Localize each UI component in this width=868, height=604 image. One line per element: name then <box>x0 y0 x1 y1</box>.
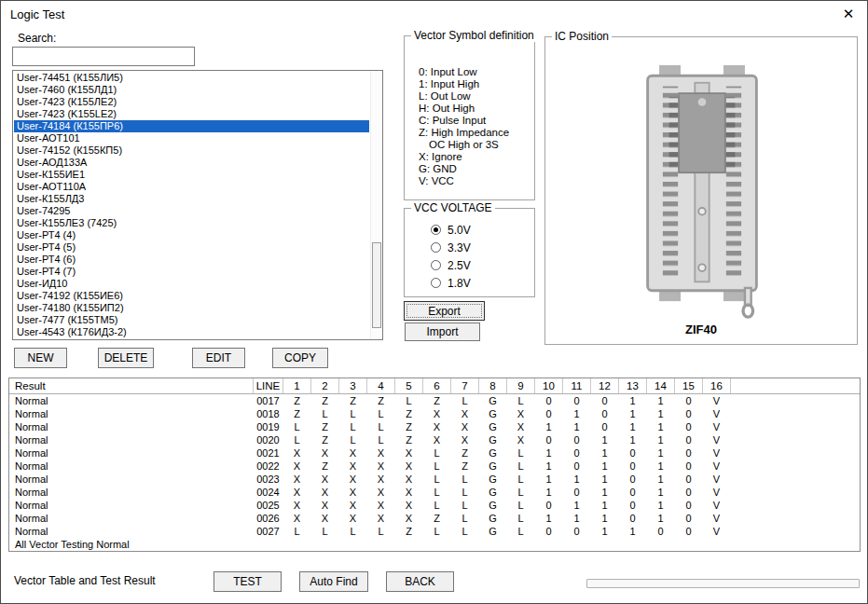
list-item[interactable]: User-РТ4 (4) <box>14 229 369 241</box>
column-header-11[interactable]: 11 <box>563 378 591 393</box>
list-item[interactable]: User-АОТ101 <box>14 132 369 144</box>
chip-list-items: User-74451 (К155ЛИ5)User-7460 (К155ЛД1)U… <box>14 72 369 338</box>
column-header-14[interactable]: 14 <box>647 378 675 393</box>
back-button[interactable]: BACK <box>386 571 454 592</box>
vcc-option-3.3V[interactable]: 3.3V <box>431 239 471 256</box>
cell-pin: X <box>507 420 535 433</box>
column-header-4[interactable]: 4 <box>367 378 395 393</box>
vcc-option-1.8V[interactable]: 1.8V <box>431 274 471 292</box>
auto-find-button[interactable]: Auto Find <box>299 571 368 592</box>
list-item[interactable]: User-РТ4 (7) <box>14 266 369 278</box>
table-row[interactable]: Normal0027LLLLZLLGL001100V <box>9 525 860 538</box>
column-header-7[interactable]: 7 <box>451 378 479 393</box>
column-header-16[interactable]: 16 <box>703 378 731 393</box>
table-row[interactable]: Normal0025XXXXXLLGL011010V <box>9 499 860 512</box>
new-button[interactable]: NEW <box>14 348 67 368</box>
table-row[interactable]: Normal0022XZXXXLZGL101010V <box>9 460 860 473</box>
cell-pin: G <box>479 486 507 499</box>
list-item[interactable]: User-АОТ110А <box>14 181 369 193</box>
cell-pin: X <box>311 473 339 486</box>
list-item[interactable]: User-74152 (К155КП5) <box>14 144 369 157</box>
table-row[interactable]: Normal0023XXXXXLLGL111010V <box>9 473 860 486</box>
cell-result: Normal <box>9 525 254 538</box>
search-input[interactable] <box>12 47 195 66</box>
table-row[interactable]: Normal0024XXXXXLLGL101010V <box>9 486 860 499</box>
cell-pin: 1 <box>647 512 675 525</box>
radio-icon[interactable] <box>431 278 441 288</box>
table-row[interactable]: Normal0020LZLLZXXGX001110V <box>9 433 860 446</box>
list-item[interactable]: User-7423 (K155LE2) <box>14 108 369 120</box>
table-row[interactable]: Normal0026XXXXXZLGL111010V <box>9 512 860 525</box>
list-item[interactable]: User-К155ЛД3 <box>14 193 369 205</box>
scrollbar-thumb[interactable] <box>372 242 381 328</box>
vector-symbol-definition-group: Vector Symbol definition 0: Input Low1: … <box>404 35 535 200</box>
column-header-8[interactable]: 8 <box>479 378 507 393</box>
radio-icon[interactable] <box>431 242 441 253</box>
cell-pin: X <box>339 446 367 460</box>
cell-pin: 1 <box>619 420 647 433</box>
cell-pin: 0 <box>675 407 703 420</box>
delete-button[interactable]: DELETE <box>98 348 154 368</box>
cell-pin: X <box>367 499 395 512</box>
column-header-Result[interactable]: Result <box>9 378 254 393</box>
cell-pin: 1 <box>647 473 675 486</box>
list-item[interactable]: User-АОД133А <box>14 157 369 169</box>
progress-bar <box>586 579 860 588</box>
column-header-15[interactable]: 15 <box>675 378 703 393</box>
cell-pin: X <box>367 446 395 460</box>
list-item[interactable]: User-4543 (К176ИД3-2) <box>14 326 369 338</box>
table-row[interactable]: Normal0021XXXXXLZGL101010V <box>9 446 860 460</box>
cell-pin: L <box>507 394 535 407</box>
table-row[interactable]: Normal0019LZLLZXXGX110110V <box>9 420 860 433</box>
vcc-option-2.5V[interactable]: 2.5V <box>431 256 471 274</box>
titlebar: Logic Test ✕ <box>1 1 867 25</box>
column-header-13[interactable]: 13 <box>619 378 647 393</box>
list-item[interactable]: User-РТ4 (5) <box>14 241 369 254</box>
cell-pin: X <box>395 512 423 525</box>
column-header-9[interactable]: 9 <box>507 378 535 393</box>
cell-pin: X <box>423 433 451 446</box>
radio-icon[interactable] <box>431 260 441 270</box>
radio-icon[interactable] <box>431 225 441 235</box>
list-item[interactable]: User-7423 (К155ЛЕ2) <box>14 96 369 108</box>
cell-pin: 1 <box>619 394 647 407</box>
cell-pin: 1 <box>563 512 591 525</box>
column-header-1[interactable]: 1 <box>283 378 311 393</box>
cell-line: 0026 <box>254 512 283 525</box>
search-label: Search: <box>18 32 56 45</box>
column-header-LINE[interactable]: LINE <box>254 378 283 393</box>
list-item[interactable]: User-7477 (К155ТМ5) <box>14 314 369 326</box>
list-item[interactable]: User-74451 (К155ЛИ5) <box>14 72 369 84</box>
column-header-12[interactable]: 12 <box>591 378 619 393</box>
column-header-6[interactable]: 6 <box>423 378 451 393</box>
cell-pin: V <box>703 433 731 446</box>
list-item[interactable]: User-74180 (К155ИП2) <box>14 302 369 314</box>
list-item[interactable]: User-ИД10 <box>14 278 369 290</box>
list-item[interactable]: User-К155ИЕ1 <box>14 169 369 181</box>
table-row[interactable]: Normal0017ZZZZLZLGL000110V <box>9 394 860 407</box>
cell-pin: Z <box>451 460 479 473</box>
column-header-3[interactable]: 3 <box>339 378 367 393</box>
test-button[interactable]: TEST <box>214 571 282 592</box>
close-icon[interactable]: ✕ <box>834 3 863 24</box>
export-button[interactable]: Export <box>404 301 485 321</box>
list-item[interactable]: User-74295 <box>14 205 369 217</box>
list-item[interactable]: User-74184 (К155ПР6) <box>14 120 369 132</box>
cell-pin: Z <box>311 433 339 446</box>
import-button[interactable]: Import <box>405 323 480 341</box>
column-header-2[interactable]: 2 <box>311 378 339 393</box>
list-item[interactable]: User-РТ4 (6) <box>14 254 369 266</box>
cell-result: Normal <box>9 499 254 512</box>
cell-pin: 1 <box>591 446 619 460</box>
table-row[interactable]: Normal0018ZLLLZXXGX010110V <box>9 407 860 420</box>
list-item[interactable]: User-74192 (К155ИЕ6) <box>14 290 369 302</box>
copy-button[interactable]: COPY <box>272 348 328 368</box>
list-scrollbar[interactable] <box>370 71 382 339</box>
list-item[interactable]: User-К155ЛЕ3 (7425) <box>14 217 369 229</box>
chip-list[interactable]: User-74451 (К155ЛИ5)User-7460 (К155ЛД1)U… <box>12 70 383 340</box>
list-item[interactable]: User-7460 (К155ЛД1) <box>14 84 369 96</box>
edit-button[interactable]: EDIT <box>192 348 245 368</box>
vcc-option-5.0V[interactable]: 5.0V <box>431 221 471 239</box>
column-header-10[interactable]: 10 <box>535 378 563 393</box>
column-header-5[interactable]: 5 <box>395 378 423 393</box>
